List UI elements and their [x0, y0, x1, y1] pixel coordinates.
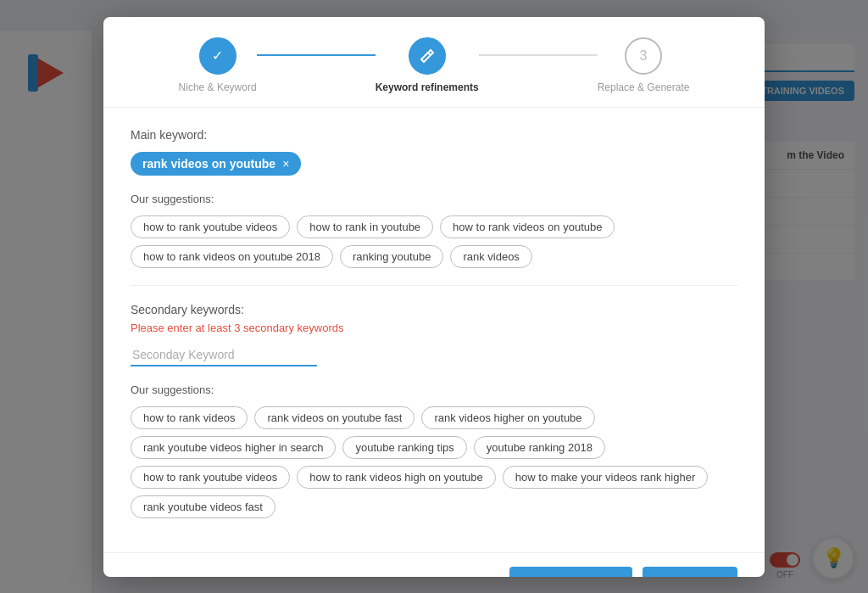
- main-suggestion-tag-5[interactable]: rank videos: [450, 245, 531, 268]
- step-1: ✓ Niche & Keyword: [179, 37, 257, 93]
- secondary-keywords-label: Secondary keywords:: [131, 303, 737, 316]
- secondary-suggestions-label: Our suggestions:: [131, 383, 737, 396]
- stepper: ✓ Niche & Keyword Keyword refinements 3 …: [103, 17, 765, 108]
- main-keyword-label: Main keyword:: [131, 128, 737, 142]
- secondary-suggestion-tag-7[interactable]: how to rank videos high on youtube: [297, 466, 496, 489]
- step-3-label: Replace & Generate: [598, 81, 690, 93]
- secondary-suggestions-container: how to rank videosrank videos on youtube…: [131, 406, 737, 518]
- secondary-keyword-input[interactable]: [131, 344, 317, 366]
- step-2-circle: [409, 37, 446, 75]
- main-suggestion-tag-3[interactable]: how to rank videos on youtube 2018: [131, 245, 333, 268]
- main-suggestion-tag-1[interactable]: how to rank in youtube: [297, 215, 433, 238]
- previous-step-button[interactable]: PREVIOUS STEP: [509, 567, 632, 577]
- step-connector-1: [257, 54, 376, 56]
- main-keyword-text: rank videos on youtube: [142, 157, 275, 171]
- step-1-label: Niche & Keyword: [179, 81, 257, 93]
- modal-body: Main keyword: rank videos on youtube × O…: [103, 108, 765, 552]
- secondary-suggestion-tag-3[interactable]: rank youtube videos higher in search: [131, 436, 336, 459]
- main-keyword-tag: rank videos on youtube ×: [131, 152, 301, 176]
- step-1-circle: ✓: [199, 37, 236, 75]
- secondary-suggestion-tag-9[interactable]: rank youtube videos fast: [131, 495, 275, 518]
- step-2-label: Keyword refinements: [376, 81, 479, 93]
- step-connector-2: [479, 54, 598, 56]
- secondary-suggestion-tag-5[interactable]: youtube ranking 2018: [474, 436, 605, 459]
- secondary-suggestion-tag-8[interactable]: how to make your videos rank higher: [503, 466, 708, 489]
- secondary-suggestion-tag-4[interactable]: youtube ranking tips: [342, 436, 466, 459]
- step-3: 3 Replace & Generate: [598, 37, 690, 93]
- main-suggestion-tag-0[interactable]: how to rank youtube videos: [131, 215, 290, 238]
- main-suggestions-container: how to rank youtube videoshow to rank in…: [131, 215, 737, 268]
- modal-footer: CLOSE PREVIOUS STEP NEXT STEP: [103, 552, 765, 577]
- close-button[interactable]: CLOSE: [431, 568, 499, 577]
- step-3-circle: 3: [625, 37, 662, 75]
- modal-overlay: ✓ Niche & Keyword Keyword refinements 3 …: [0, 0, 868, 593]
- secondary-suggestion-tag-0[interactable]: how to rank videos: [131, 406, 248, 429]
- svg-line-2: [428, 53, 431, 55]
- main-suggestion-tag-4[interactable]: ranking youtube: [340, 245, 444, 268]
- next-step-button[interactable]: NEXT STEP: [643, 567, 737, 577]
- modal: ✓ Niche & Keyword Keyword refinements 3 …: [103, 17, 765, 577]
- divider-1: [131, 285, 737, 286]
- suggestions-label: Our suggestions:: [131, 193, 737, 205]
- secondary-suggestion-tag-1[interactable]: rank videos on youtube fast: [254, 406, 415, 429]
- secondary-suggestion-tag-2[interactable]: rank videos higher on youtube: [421, 406, 594, 429]
- main-keyword-close[interactable]: ×: [282, 157, 289, 171]
- secondary-error-text: Please enter at least 3 secondary keywor…: [131, 322, 737, 334]
- secondary-suggestion-tag-6[interactable]: how to rank youtube videos: [131, 466, 290, 489]
- step-2: Keyword refinements: [376, 37, 479, 93]
- main-suggestion-tag-2[interactable]: how to rank videos on youtube: [440, 215, 615, 238]
